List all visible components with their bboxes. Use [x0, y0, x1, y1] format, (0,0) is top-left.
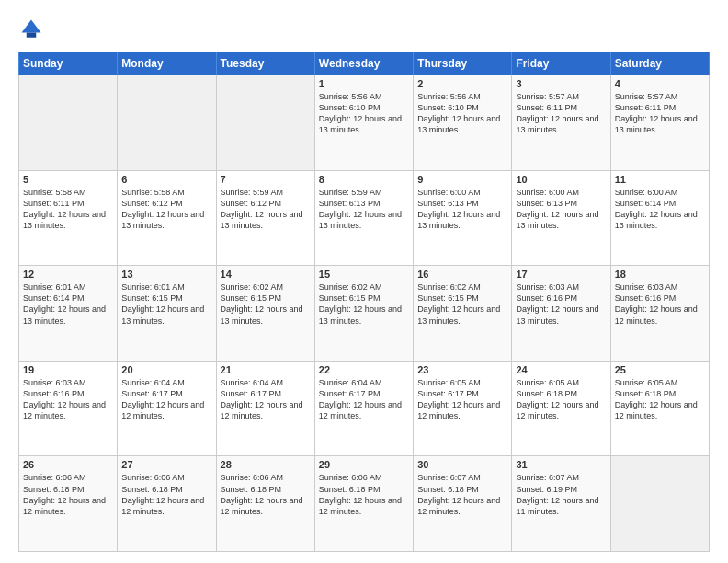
day-cell: 7Sunrise: 5:59 AM Sunset: 6:12 PM Daylig… [216, 170, 314, 266]
day-info: Sunrise: 6:02 AM Sunset: 6:15 PM Dayligh… [319, 282, 409, 327]
svg-rect-1 [27, 33, 37, 38]
day-cell: 6Sunrise: 5:58 AM Sunset: 6:12 PM Daylig… [118, 170, 216, 266]
week-row-1: 5Sunrise: 5:58 AM Sunset: 6:11 PM Daylig… [19, 170, 710, 266]
day-info: Sunrise: 6:00 AM Sunset: 6:13 PM Dayligh… [516, 187, 606, 232]
day-info: Sunrise: 6:06 AM Sunset: 6:18 PM Dayligh… [319, 472, 409, 517]
calendar-table: SundayMondayTuesdayWednesdayThursdayFrid… [18, 52, 710, 552]
day-number: 11 [615, 174, 705, 185]
day-number: 21 [221, 364, 311, 375]
day-number: 29 [319, 459, 409, 470]
day-cell: 17Sunrise: 6:03 AM Sunset: 6:16 PM Dayli… [512, 266, 610, 362]
day-number: 18 [615, 269, 705, 280]
day-cell: 14Sunrise: 6:02 AM Sunset: 6:15 PM Dayli… [216, 266, 314, 362]
day-number: 31 [516, 459, 606, 470]
day-info: Sunrise: 5:58 AM Sunset: 6:12 PM Dayligh… [121, 187, 211, 232]
day-cell [610, 456, 709, 552]
day-info: Sunrise: 5:59 AM Sunset: 6:13 PM Dayligh… [319, 187, 409, 232]
weekday-header-sunday: Sunday [19, 52, 118, 75]
weekday-header-tuesday: Tuesday [216, 52, 314, 75]
day-number: 28 [221, 459, 311, 470]
day-cell: 20Sunrise: 6:04 AM Sunset: 6:17 PM Dayli… [118, 361, 216, 456]
day-cell: 11Sunrise: 6:00 AM Sunset: 6:14 PM Dayli… [610, 170, 709, 266]
day-info: Sunrise: 6:06 AM Sunset: 6:18 PM Dayligh… [23, 472, 113, 517]
header [18, 17, 710, 42]
day-number: 30 [417, 459, 507, 470]
day-number: 3 [516, 78, 606, 89]
day-cell: 22Sunrise: 6:04 AM Sunset: 6:17 PM Dayli… [314, 361, 413, 456]
weekday-header-thursday: Thursday [414, 52, 512, 75]
day-number: 2 [417, 78, 507, 89]
day-info: Sunrise: 5:56 AM Sunset: 6:10 PM Dayligh… [319, 91, 409, 136]
svg-marker-0 [22, 20, 41, 33]
day-cell: 19Sunrise: 6:03 AM Sunset: 6:16 PM Dayli… [19, 361, 118, 456]
week-row-4: 26Sunrise: 6:06 AM Sunset: 6:18 PM Dayli… [19, 456, 710, 552]
day-cell [216, 75, 314, 171]
day-info: Sunrise: 6:03 AM Sunset: 6:16 PM Dayligh… [615, 282, 705, 327]
day-info: Sunrise: 6:03 AM Sunset: 6:16 PM Dayligh… [23, 377, 113, 422]
day-number: 26 [23, 459, 113, 470]
day-cell: 13Sunrise: 6:01 AM Sunset: 6:15 PM Dayli… [118, 266, 216, 362]
day-cell: 8Sunrise: 5:59 AM Sunset: 6:13 PM Daylig… [314, 170, 413, 266]
day-cell: 30Sunrise: 6:07 AM Sunset: 6:18 PM Dayli… [414, 456, 512, 552]
day-cell: 25Sunrise: 6:05 AM Sunset: 6:18 PM Dayli… [610, 361, 709, 456]
day-info: Sunrise: 6:06 AM Sunset: 6:18 PM Dayligh… [121, 472, 211, 517]
day-info: Sunrise: 6:07 AM Sunset: 6:19 PM Dayligh… [516, 472, 606, 517]
day-info: Sunrise: 5:57 AM Sunset: 6:11 PM Dayligh… [615, 91, 705, 136]
day-cell: 5Sunrise: 5:58 AM Sunset: 6:11 PM Daylig… [19, 170, 118, 266]
day-number: 15 [319, 269, 409, 280]
day-cell: 18Sunrise: 6:03 AM Sunset: 6:16 PM Dayli… [610, 266, 709, 362]
day-number: 12 [23, 269, 113, 280]
day-number: 19 [23, 364, 113, 375]
day-number: 7 [221, 174, 311, 185]
day-cell: 21Sunrise: 6:04 AM Sunset: 6:17 PM Dayli… [216, 361, 314, 456]
day-cell: 24Sunrise: 6:05 AM Sunset: 6:18 PM Dayli… [512, 361, 610, 456]
day-info: Sunrise: 6:04 AM Sunset: 6:17 PM Dayligh… [221, 377, 311, 422]
weekday-header-saturday: Saturday [610, 52, 709, 75]
day-number: 27 [121, 459, 211, 470]
day-number: 1 [319, 78, 409, 89]
day-cell: 12Sunrise: 6:01 AM Sunset: 6:14 PM Dayli… [19, 266, 118, 362]
day-number: 10 [516, 174, 606, 185]
day-info: Sunrise: 6:00 AM Sunset: 6:13 PM Dayligh… [417, 187, 507, 232]
day-number: 8 [319, 174, 409, 185]
day-info: Sunrise: 5:59 AM Sunset: 6:12 PM Dayligh… [221, 187, 311, 232]
day-info: Sunrise: 6:05 AM Sunset: 6:17 PM Dayligh… [417, 377, 507, 422]
week-row-2: 12Sunrise: 6:01 AM Sunset: 6:14 PM Dayli… [19, 266, 710, 362]
logo [18, 17, 48, 42]
day-number: 5 [23, 174, 113, 185]
day-cell: 28Sunrise: 6:06 AM Sunset: 6:18 PM Dayli… [216, 456, 314, 552]
day-number: 9 [417, 174, 507, 185]
logo-icon [18, 17, 44, 42]
day-cell: 10Sunrise: 6:00 AM Sunset: 6:13 PM Dayli… [512, 170, 610, 266]
day-number: 25 [615, 364, 705, 375]
week-row-3: 19Sunrise: 6:03 AM Sunset: 6:16 PM Dayli… [19, 361, 710, 456]
day-info: Sunrise: 6:04 AM Sunset: 6:17 PM Dayligh… [319, 377, 409, 422]
weekday-header-friday: Friday [512, 52, 610, 75]
page: SundayMondayTuesdayWednesdayThursdayFrid… [0, 0, 728, 563]
day-number: 24 [516, 364, 606, 375]
day-number: 16 [417, 269, 507, 280]
day-info: Sunrise: 6:05 AM Sunset: 6:18 PM Dayligh… [615, 377, 705, 422]
day-number: 20 [121, 364, 211, 375]
day-number: 6 [121, 174, 211, 185]
day-cell: 26Sunrise: 6:06 AM Sunset: 6:18 PM Dayli… [19, 456, 118, 552]
day-cell: 4Sunrise: 5:57 AM Sunset: 6:11 PM Daylig… [610, 75, 709, 171]
day-cell: 9Sunrise: 6:00 AM Sunset: 6:13 PM Daylig… [414, 170, 512, 266]
day-cell: 1Sunrise: 5:56 AM Sunset: 6:10 PM Daylig… [314, 75, 413, 171]
day-cell: 16Sunrise: 6:02 AM Sunset: 6:15 PM Dayli… [414, 266, 512, 362]
weekday-header-row: SundayMondayTuesdayWednesdayThursdayFrid… [19, 52, 710, 75]
day-info: Sunrise: 5:57 AM Sunset: 6:11 PM Dayligh… [516, 91, 606, 136]
day-cell: 2Sunrise: 5:56 AM Sunset: 6:10 PM Daylig… [414, 75, 512, 171]
weekday-header-wednesday: Wednesday [314, 52, 413, 75]
weekday-header-monday: Monday [118, 52, 216, 75]
day-info: Sunrise: 6:04 AM Sunset: 6:17 PM Dayligh… [121, 377, 211, 422]
day-info: Sunrise: 6:00 AM Sunset: 6:14 PM Dayligh… [615, 187, 705, 232]
day-cell: 15Sunrise: 6:02 AM Sunset: 6:15 PM Dayli… [314, 266, 413, 362]
day-cell: 29Sunrise: 6:06 AM Sunset: 6:18 PM Dayli… [314, 456, 413, 552]
day-cell: 3Sunrise: 5:57 AM Sunset: 6:11 PM Daylig… [512, 75, 610, 171]
day-cell: 23Sunrise: 6:05 AM Sunset: 6:17 PM Dayli… [414, 361, 512, 456]
day-cell: 27Sunrise: 6:06 AM Sunset: 6:18 PM Dayli… [118, 456, 216, 552]
day-cell [118, 75, 216, 171]
day-info: Sunrise: 6:01 AM Sunset: 6:14 PM Dayligh… [23, 282, 113, 327]
day-number: 4 [615, 78, 705, 89]
